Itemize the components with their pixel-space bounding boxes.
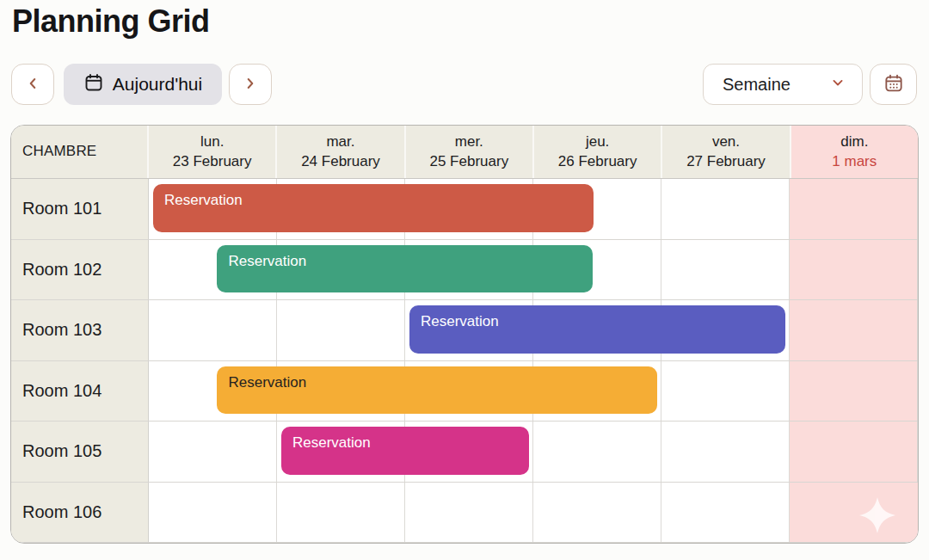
day-abbrev: lun. bbox=[200, 132, 224, 151]
day-track: Reservation bbox=[149, 422, 918, 482]
reservation-bar[interactable]: Reservation bbox=[281, 427, 529, 475]
room-label: Room 101 bbox=[11, 179, 149, 239]
reservation-label: Reservation bbox=[421, 313, 499, 329]
day-track: Reservation bbox=[149, 300, 918, 360]
grid-header-row: CHAMBRE lun. 23 February mar. 24 Februar… bbox=[11, 126, 918, 179]
previous-week-button[interactable] bbox=[11, 64, 54, 105]
room-row-103: Room 103 Reservation bbox=[11, 300, 918, 361]
calendar-grid-icon bbox=[883, 72, 905, 97]
room-label: Room 103 bbox=[11, 300, 149, 360]
reservation-label: Reservation bbox=[292, 434, 371, 451]
day-cell[interactable] bbox=[533, 422, 661, 482]
room-row-101: Room 101 Reservation bbox=[11, 179, 918, 240]
today-button-label: Aujourd'hui bbox=[113, 74, 202, 95]
day-cell[interactable] bbox=[661, 179, 790, 239]
room-column-header: CHAMBRE bbox=[11, 126, 149, 178]
day-cell[interactable] bbox=[661, 240, 790, 300]
reservation-label: Reservation bbox=[228, 253, 306, 269]
reservation-label: Reservation bbox=[228, 374, 306, 391]
day-date: 25 February bbox=[429, 152, 508, 171]
planning-grid: CHAMBRE lun. 23 February mar. 24 Februar… bbox=[10, 125, 919, 544]
day-track: Reservation bbox=[149, 179, 918, 239]
day-column-header-sun: dim. 1 mars bbox=[791, 126, 918, 178]
day-cell-sunday[interactable] bbox=[790, 361, 918, 422]
reservation-label: Reservation bbox=[164, 192, 243, 208]
day-date: 1 mars bbox=[832, 152, 877, 171]
room-row-106: Room 106 bbox=[11, 483, 918, 544]
page-title: Planning Grid bbox=[12, 3, 210, 40]
date-picker-button[interactable] bbox=[870, 64, 917, 105]
day-column-header-tue: mar. 24 February bbox=[277, 126, 405, 178]
day-cell-sunday[interactable] bbox=[790, 422, 918, 482]
day-column-header-thu: jeu. 26 February bbox=[534, 126, 662, 178]
day-column-header-mon: lun. 23 February bbox=[149, 126, 277, 178]
day-cell-sunday[interactable] bbox=[790, 483, 918, 543]
day-cell[interactable] bbox=[149, 483, 277, 543]
day-cell[interactable] bbox=[661, 422, 790, 482]
calendar-icon bbox=[83, 72, 104, 97]
reservation-bar[interactable]: Reservation bbox=[409, 305, 785, 354]
day-date: 26 February bbox=[558, 152, 637, 171]
reservation-bar[interactable]: Reservation bbox=[217, 245, 593, 293]
day-track: Reservation bbox=[149, 240, 918, 300]
day-cell-sunday[interactable] bbox=[790, 300, 918, 360]
today-button[interactable]: Aujourd'hui bbox=[64, 64, 222, 105]
day-date: 23 February bbox=[173, 152, 252, 171]
day-abbrev: ven. bbox=[712, 132, 740, 151]
day-date: 27 February bbox=[686, 152, 766, 171]
day-cell[interactable] bbox=[661, 483, 790, 543]
view-select-value: Semaine bbox=[723, 75, 829, 95]
day-cell[interactable] bbox=[277, 300, 405, 360]
room-row-102: Room 102 Reservation bbox=[11, 240, 918, 301]
chevron-down-icon bbox=[829, 74, 846, 95]
day-abbrev: dim. bbox=[840, 132, 868, 151]
day-cell[interactable] bbox=[405, 483, 533, 543]
chevron-right-icon bbox=[241, 74, 260, 95]
day-date: 24 February bbox=[301, 152, 380, 171]
reservation-bar[interactable]: Reservation bbox=[153, 184, 594, 232]
room-row-105: Room 105 Reservation bbox=[11, 422, 918, 483]
room-label: Room 105 bbox=[11, 422, 149, 482]
day-abbrev: mer. bbox=[455, 132, 483, 151]
day-cell[interactable] bbox=[661, 361, 790, 422]
day-cell[interactable] bbox=[277, 483, 405, 543]
day-column-header-wed: mer. 25 February bbox=[406, 126, 534, 178]
day-abbrev: mar. bbox=[326, 132, 354, 151]
day-cell[interactable] bbox=[149, 422, 277, 482]
day-column-header-fri: ven. 27 February bbox=[662, 126, 791, 178]
next-week-button[interactable] bbox=[229, 64, 272, 105]
day-abbrev: jeu. bbox=[586, 132, 609, 151]
reservation-bar[interactable]: Reservation bbox=[217, 366, 657, 415]
day-track bbox=[149, 483, 918, 543]
day-cell-sunday[interactable] bbox=[790, 179, 918, 239]
view-select[interactable]: Semaine bbox=[703, 64, 863, 105]
sparkle-icon bbox=[858, 495, 897, 538]
day-cell[interactable] bbox=[533, 483, 661, 543]
day-cell[interactable] bbox=[149, 300, 277, 360]
day-track: Reservation bbox=[149, 361, 918, 422]
day-cell-sunday[interactable] bbox=[790, 240, 918, 300]
room-label: Room 104 bbox=[11, 361, 149, 422]
room-row-104: Room 104 Reservation bbox=[11, 361, 918, 422]
room-label: Room 106 bbox=[11, 483, 149, 543]
chevron-left-icon bbox=[23, 74, 42, 95]
room-label: Room 102 bbox=[11, 240, 149, 300]
